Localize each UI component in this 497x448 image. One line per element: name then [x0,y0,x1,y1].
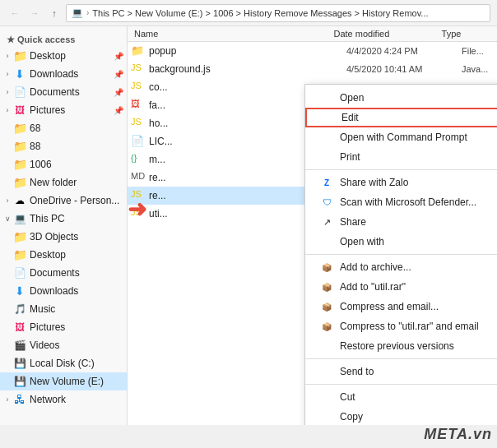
ctx-item-compress-util-email[interactable]: 📦 Compress to "util.rar" and email [305,316,497,336]
sidebar-item-3dobjects[interactable]: 📁 3D Objects [0,228,127,246]
address-bar[interactable]: 💻 › This PC > New Volume (E:) > 1006 > H… [66,4,490,22]
expand-icon: › [3,395,12,404]
folder-icon: 📁 [13,248,26,261]
ctx-label: Send to [340,366,374,377]
ctx-label: Copy [340,411,363,423]
folder-icon: 📁 [13,158,26,171]
pic-icon: 🖼 [13,321,26,334]
sidebar-item-label: New Volume (E:) [30,376,104,387]
sidebar-item-downloads2[interactable]: ⬇ Downloads [0,282,127,300]
video-icon: 🎬 [13,339,26,352]
sidebar-item-documents2[interactable]: 📄 Documents [0,264,127,282]
defender-icon: 🛡 [318,197,335,207]
sidebar-item-desktop[interactable]: › 📁 Desktop 📌 [0,47,127,65]
pc-icon: 💻 [13,212,26,225]
sidebar-item-label: Pictures [30,104,65,116]
ctx-item-print[interactable]: Print [305,147,497,167]
file-type: File... [462,46,484,56]
sidebar-item-videos[interactable]: 🎬 Videos [0,336,127,354]
sidebar-item-new-volume-e[interactable]: 💾 New Volume (E:) [0,372,127,390]
js-icon: JS [131,117,144,130]
ctx-item-cut[interactable]: Cut [305,387,497,407]
up-button[interactable]: ↑ [46,5,63,21]
music-icon: 🎵 [13,303,26,316]
ctx-label: Compress to "util.rar" and email [340,321,479,332]
ctx-item-add-archive[interactable]: 📦 Add to archive... [305,257,497,277]
ctx-label: Open with Command Prompt [340,132,467,143]
ctx-item-open-with[interactable]: Open with ▶ [305,232,497,252]
file-area: Name Date modified Type 📁 popup 4/4/2020… [128,26,497,425]
download-icon: ⬇ [13,284,26,298]
pic-icon: 🖼 [13,104,26,117]
file-row-backgroundjs[interactable]: JS background.js 4/5/2020 10:41 AM Java.… [128,60,497,78]
col-name-header[interactable]: Name [128,26,327,41]
sidebar-item-88[interactable]: 📁 88 [0,137,127,155]
ctx-separator [305,358,497,359]
file-icon: 📄 [131,135,144,148]
md-icon: MD [131,171,144,184]
col-type-header[interactable]: Type [435,26,497,41]
ctx-item-add-util-rar[interactable]: 📦 Add to "util.rar" [305,277,497,297]
sidebar-item-documents[interactable]: › 📄 Documents 📌 [0,83,127,101]
doc-icon: 📄 [13,85,26,99]
ctx-label: Compress and email... [340,301,439,312]
sidebar-item-label: Videos [30,339,59,351]
sidebar-item-1006[interactable]: 📁 1006 [0,155,127,173]
sidebar-item-desktop2[interactable]: 📁 Desktop [0,246,127,264]
js-icon: JS [131,81,144,94]
folder-icon: 📁 [13,230,26,243]
sidebar-item-music[interactable]: 🎵 Music [0,300,127,318]
sidebar: ★ Quick access › 📁 Desktop 📌 › ⬇ Downloa… [0,26,128,425]
sidebar-item-pictures[interactable]: › 🖼 Pictures 📌 [0,101,127,119]
title-bar: ← → ↑ 💻 › This PC > New Volume (E:) > 10… [0,0,497,26]
pin-icon: 📌 [114,52,123,61]
drive-icon: 💾 [13,357,26,370]
rar-icon: 📦 [318,303,335,312]
sidebar-item-label: New folder [30,177,77,188]
back-button[interactable]: ← [7,5,23,21]
ctx-label: Cut [340,391,355,403]
sidebar-item-label: Documents [30,267,80,279]
ctx-separator [305,169,497,170]
ctx-item-restore-versions[interactable]: Restore previous versions [305,336,497,356]
sidebar-item-onedrive[interactable]: › ☁ OneDrive - Person... [0,192,127,210]
png-icon: 🖼 [131,99,144,112]
ctx-label: Add to "util.rar" [340,281,406,293]
sidebar-item-label: 88 [30,141,40,152]
ctx-label: Add to archive... [340,261,411,273]
sidebar-item-label: Desktop [30,249,66,261]
watermark-suffix: .vn [468,426,492,442]
sidebar-item-pictures2[interactable]: 🖼 Pictures [0,318,127,336]
pin-icon: 📌 [114,106,123,115]
sidebar-item-downloads[interactable]: › ⬇ Downloads 📌 [0,65,127,83]
watermark: META.vn [424,426,492,443]
pin-icon: 📌 [114,70,123,79]
onedrive-icon: ☁ [13,194,26,207]
ctx-label: Open with [340,236,384,247]
ctx-item-send-to[interactable]: Send to ▶ [305,362,497,381]
sidebar-item-network[interactable]: › 🖧 Network [0,390,127,409]
expand-icon: › [3,88,12,96]
ctx-item-share[interactable]: ↗ Share [305,212,497,232]
ctx-item-compress-email[interactable]: 📦 Compress and email... [305,297,497,316]
expand-icon: › [3,106,12,114]
quick-access-header: ★ Quick access [0,30,127,47]
ctx-item-open[interactable]: Open [305,88,497,108]
ctx-item-scan-defender[interactable]: 🛡 Scan with Microsoft Defender... [305,192,497,212]
sidebar-item-local-disk-c[interactable]: 💾 Local Disk (C:) [0,354,127,372]
drive-icon: 💾 [13,375,26,388]
sidebar-item-label: 68 [30,122,40,134]
sidebar-item-new-folder[interactable]: 📁 New folder [0,173,127,192]
col-date-header[interactable]: Date modified [327,26,434,41]
rar-icon: 📦 [318,322,335,331]
sidebar-item-68[interactable]: 📁 68 [0,119,127,137]
sidebar-item-label: Downloads [30,285,78,297]
ctx-item-share-zalo[interactable]: Z Share with Zalo [305,173,497,192]
file-row-popup[interactable]: 📁 popup 4/4/2020 4:24 PM File... [128,42,497,60]
ctx-item-open-cmd[interactable]: Open with Command Prompt [305,127,497,147]
sidebar-item-this-pc[interactable]: ∨ 💻 This PC [0,210,127,228]
ctx-label: Open [340,92,364,104]
ctx-item-edit[interactable]: Edit [305,108,497,127]
ctx-item-copy[interactable]: Copy [305,407,497,425]
forward-button[interactable]: → [26,5,43,21]
